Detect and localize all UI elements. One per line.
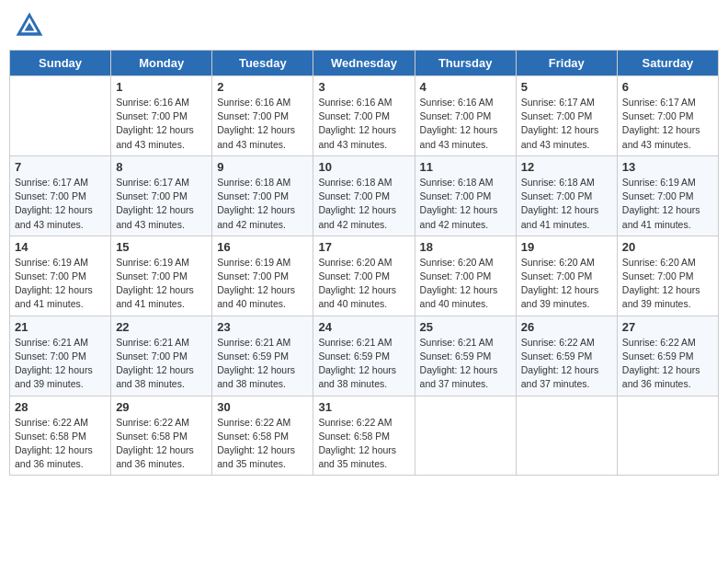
day-number: 18 bbox=[420, 240, 511, 254]
day-detail: Sunrise: 6:20 AMSunset: 7:00 PMDaylight:… bbox=[420, 256, 511, 312]
day-detail: Sunrise: 6:19 AMSunset: 7:00 PMDaylight:… bbox=[15, 256, 106, 312]
day-number: 6 bbox=[622, 80, 713, 94]
day-detail: Sunrise: 6:20 AMSunset: 7:00 PMDaylight:… bbox=[521, 256, 612, 312]
day-number: 17 bbox=[318, 240, 409, 254]
day-detail: Sunrise: 6:22 AMSunset: 6:58 PMDaylight:… bbox=[15, 416, 106, 472]
calendar-cell: 24Sunrise: 6:21 AMSunset: 6:59 PMDayligh… bbox=[313, 316, 415, 396]
calendar-cell: 6Sunrise: 6:17 AMSunset: 7:00 PMDaylight… bbox=[617, 76, 718, 156]
week-row-4: 21Sunrise: 6:21 AMSunset: 7:00 PMDayligh… bbox=[10, 316, 719, 396]
col-header-thursday: Thursday bbox=[415, 51, 516, 76]
week-row-2: 7Sunrise: 6:17 AMSunset: 7:00 PMDaylight… bbox=[10, 155, 719, 236]
day-detail: Sunrise: 6:18 AMSunset: 7:00 PMDaylight:… bbox=[217, 176, 308, 232]
day-detail: Sunrise: 6:17 AMSunset: 7:00 PMDaylight:… bbox=[116, 176, 207, 232]
calendar-cell: 1Sunrise: 6:16 AMSunset: 7:00 PMDaylight… bbox=[111, 76, 212, 156]
calendar-cell: 22Sunrise: 6:21 AMSunset: 7:00 PMDayligh… bbox=[111, 316, 212, 396]
day-number: 24 bbox=[318, 320, 409, 334]
header-row: SundayMondayTuesdayWednesdayThursdayFrid… bbox=[10, 51, 719, 76]
day-number: 1 bbox=[116, 80, 207, 94]
calendar-cell: 4Sunrise: 6:16 AMSunset: 7:00 PMDaylight… bbox=[415, 76, 516, 156]
calendar-cell: 9Sunrise: 6:18 AMSunset: 7:00 PMDaylight… bbox=[212, 155, 313, 236]
day-number: 14 bbox=[15, 240, 106, 254]
day-number: 11 bbox=[420, 160, 511, 174]
day-detail: Sunrise: 6:21 AMSunset: 7:00 PMDaylight:… bbox=[116, 336, 207, 392]
day-number: 20 bbox=[622, 240, 713, 254]
day-number: 4 bbox=[420, 80, 511, 94]
calendar-cell: 16Sunrise: 6:19 AMSunset: 7:00 PMDayligh… bbox=[212, 236, 313, 316]
day-number: 31 bbox=[318, 400, 409, 414]
day-number: 28 bbox=[15, 400, 106, 414]
calendar-cell: 2Sunrise: 6:16 AMSunset: 7:00 PMDaylight… bbox=[212, 76, 313, 156]
calendar-cell: 12Sunrise: 6:18 AMSunset: 7:00 PMDayligh… bbox=[516, 155, 617, 236]
day-detail: Sunrise: 6:22 AMSunset: 6:58 PMDaylight:… bbox=[318, 416, 409, 472]
calendar-cell: 29Sunrise: 6:22 AMSunset: 6:58 PMDayligh… bbox=[111, 396, 212, 476]
week-row-1: 1Sunrise: 6:16 AMSunset: 7:00 PMDaylight… bbox=[10, 76, 719, 156]
logo bbox=[13, 9, 50, 42]
calendar-cell: 25Sunrise: 6:21 AMSunset: 6:59 PMDayligh… bbox=[415, 316, 516, 396]
calendar-cell: 15Sunrise: 6:19 AMSunset: 7:00 PMDayligh… bbox=[111, 236, 212, 316]
calendar-cell: 10Sunrise: 6:18 AMSunset: 7:00 PMDayligh… bbox=[313, 155, 415, 236]
day-number: 9 bbox=[217, 160, 308, 174]
day-number: 10 bbox=[318, 160, 409, 174]
day-detail: Sunrise: 6:22 AMSunset: 6:58 PMDaylight:… bbox=[217, 416, 308, 472]
day-detail: Sunrise: 6:20 AMSunset: 7:00 PMDaylight:… bbox=[622, 256, 713, 312]
col-header-sunday: Sunday bbox=[10, 51, 111, 76]
day-detail: Sunrise: 6:18 AMSunset: 7:00 PMDaylight:… bbox=[521, 176, 612, 232]
day-detail: Sunrise: 6:22 AMSunset: 6:59 PMDaylight:… bbox=[521, 336, 612, 392]
day-detail: Sunrise: 6:18 AMSunset: 7:00 PMDaylight:… bbox=[318, 176, 409, 232]
day-number: 12 bbox=[521, 160, 612, 174]
day-number: 23 bbox=[217, 320, 308, 334]
calendar-cell: 14Sunrise: 6:19 AMSunset: 7:00 PMDayligh… bbox=[10, 236, 111, 316]
calendar-cell: 28Sunrise: 6:22 AMSunset: 6:58 PMDayligh… bbox=[10, 396, 111, 476]
calendar-cell: 13Sunrise: 6:19 AMSunset: 7:00 PMDayligh… bbox=[617, 155, 718, 236]
calendar-cell: 8Sunrise: 6:17 AMSunset: 7:00 PMDaylight… bbox=[111, 155, 212, 236]
calendar-cell: 5Sunrise: 6:17 AMSunset: 7:00 PMDaylight… bbox=[516, 76, 617, 156]
calendar-cell: 21Sunrise: 6:21 AMSunset: 7:00 PMDayligh… bbox=[10, 316, 111, 396]
day-detail: Sunrise: 6:21 AMSunset: 7:00 PMDaylight:… bbox=[15, 336, 106, 392]
calendar-table: SundayMondayTuesdayWednesdayThursdayFrid… bbox=[9, 50, 719, 476]
day-detail: Sunrise: 6:17 AMSunset: 7:00 PMDaylight:… bbox=[15, 176, 106, 232]
calendar-cell bbox=[10, 76, 111, 156]
calendar-cell: 7Sunrise: 6:17 AMSunset: 7:00 PMDaylight… bbox=[10, 155, 111, 236]
calendar-cell: 19Sunrise: 6:20 AMSunset: 7:00 PMDayligh… bbox=[516, 236, 617, 316]
day-detail: Sunrise: 6:21 AMSunset: 6:59 PMDaylight:… bbox=[217, 336, 308, 392]
calendar-cell: 26Sunrise: 6:22 AMSunset: 6:59 PMDayligh… bbox=[516, 316, 617, 396]
calendar-cell: 20Sunrise: 6:20 AMSunset: 7:00 PMDayligh… bbox=[617, 236, 718, 316]
calendar-cell: 11Sunrise: 6:18 AMSunset: 7:00 PMDayligh… bbox=[415, 155, 516, 236]
day-number: 22 bbox=[116, 320, 207, 334]
calendar-cell: 31Sunrise: 6:22 AMSunset: 6:58 PMDayligh… bbox=[313, 396, 415, 476]
calendar-cell: 18Sunrise: 6:20 AMSunset: 7:00 PMDayligh… bbox=[415, 236, 516, 316]
day-number: 29 bbox=[116, 400, 207, 414]
day-number: 26 bbox=[521, 320, 612, 334]
day-detail: Sunrise: 6:19 AMSunset: 7:00 PMDaylight:… bbox=[217, 256, 308, 312]
day-detail: Sunrise: 6:16 AMSunset: 7:00 PMDaylight:… bbox=[420, 96, 511, 152]
col-header-monday: Monday bbox=[111, 51, 212, 76]
calendar-cell: 27Sunrise: 6:22 AMSunset: 6:59 PMDayligh… bbox=[617, 316, 718, 396]
day-detail: Sunrise: 6:20 AMSunset: 7:00 PMDaylight:… bbox=[318, 256, 409, 312]
col-header-saturday: Saturday bbox=[617, 51, 718, 76]
day-number: 3 bbox=[318, 80, 409, 94]
logo-icon bbox=[13, 9, 46, 42]
calendar-cell bbox=[415, 396, 516, 476]
calendar-cell bbox=[516, 396, 617, 476]
day-detail: Sunrise: 6:16 AMSunset: 7:00 PMDaylight:… bbox=[116, 96, 207, 152]
day-detail: Sunrise: 6:19 AMSunset: 7:00 PMDaylight:… bbox=[622, 176, 713, 232]
day-detail: Sunrise: 6:22 AMSunset: 6:59 PMDaylight:… bbox=[622, 336, 713, 392]
day-number: 27 bbox=[622, 320, 713, 334]
calendar-cell: 23Sunrise: 6:21 AMSunset: 6:59 PMDayligh… bbox=[212, 316, 313, 396]
col-header-wednesday: Wednesday bbox=[313, 51, 415, 76]
day-detail: Sunrise: 6:21 AMSunset: 6:59 PMDaylight:… bbox=[318, 336, 409, 392]
week-row-5: 28Sunrise: 6:22 AMSunset: 6:58 PMDayligh… bbox=[10, 396, 719, 476]
day-number: 13 bbox=[622, 160, 713, 174]
day-number: 8 bbox=[116, 160, 207, 174]
calendar-cell: 17Sunrise: 6:20 AMSunset: 7:00 PMDayligh… bbox=[313, 236, 415, 316]
day-number: 7 bbox=[15, 160, 106, 174]
day-detail: Sunrise: 6:17 AMSunset: 7:00 PMDaylight:… bbox=[622, 96, 713, 152]
day-number: 16 bbox=[217, 240, 308, 254]
day-number: 30 bbox=[217, 400, 308, 414]
day-detail: Sunrise: 6:18 AMSunset: 7:00 PMDaylight:… bbox=[420, 176, 511, 232]
day-detail: Sunrise: 6:16 AMSunset: 7:00 PMDaylight:… bbox=[318, 96, 409, 152]
day-number: 25 bbox=[420, 320, 511, 334]
day-detail: Sunrise: 6:17 AMSunset: 7:00 PMDaylight:… bbox=[521, 96, 612, 152]
calendar-cell: 3Sunrise: 6:16 AMSunset: 7:00 PMDaylight… bbox=[313, 76, 415, 156]
calendar-cell: 30Sunrise: 6:22 AMSunset: 6:58 PMDayligh… bbox=[212, 396, 313, 476]
